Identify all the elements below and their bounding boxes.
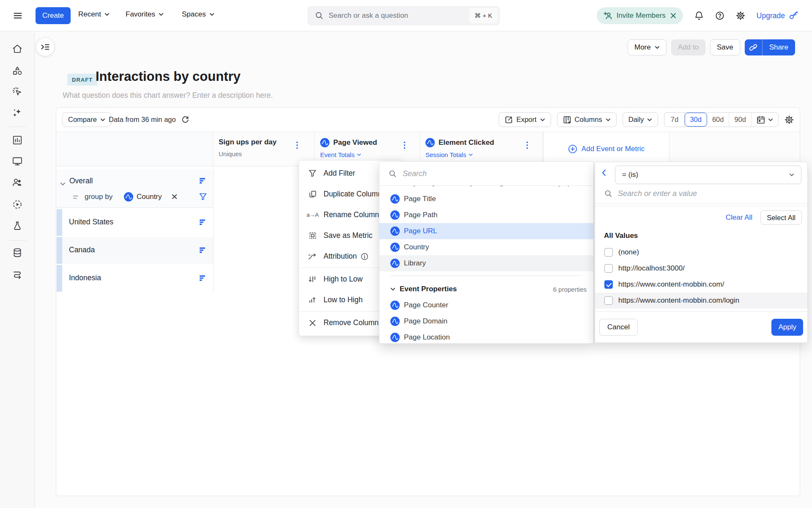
hamburger-menu-icon[interactable] [13, 11, 23, 21]
apply-button[interactable]: Apply [771, 319, 803, 336]
kebab-menu-icon[interactable] [403, 141, 406, 149]
notebook-panel-toggle[interactable] [36, 38, 54, 56]
description-placeholder[interactable]: What question does this chart answer? En… [63, 91, 273, 100]
remove-group-by-icon[interactable] [171, 193, 178, 200]
session-totals-link[interactable]: Session Totals [425, 151, 543, 158]
notifications-bell-icon[interactable] [694, 11, 704, 21]
export-button[interactable]: Export [499, 112, 551, 127]
nav-spaces[interactable]: Spaces [182, 10, 214, 19]
property-search-input[interactable] [403, 169, 593, 178]
value-search-row[interactable] [595, 184, 807, 204]
chevron-down-icon [655, 46, 660, 49]
checkbox-unchecked[interactable] [604, 248, 613, 257]
section-header-frequently-used[interactable]: Frequently Used Properties 5 properties [379, 186, 593, 191]
bar-values-icon[interactable] [200, 247, 206, 253]
table-row-canada[interactable]: Canada [56, 237, 213, 264]
clear-all-button[interactable]: Clear All [726, 213, 752, 222]
property-label: Page Counter [404, 301, 448, 309]
checkbox-unchecked[interactable] [604, 264, 613, 273]
sidebar-divider [8, 240, 26, 241]
kebab-menu-icon[interactable] [296, 141, 298, 149]
drag-handle-icon[interactable] [73, 195, 81, 199]
upgrade-link[interactable]: Upgrade [757, 11, 798, 20]
checkbox-checked[interactable] [604, 280, 613, 289]
operator-select[interactable]: = (is) [615, 166, 801, 184]
save-metric-icon [307, 232, 318, 239]
value-search-input[interactable] [618, 189, 807, 198]
close-icon[interactable] [670, 12, 677, 19]
copy-link-icon[interactable] [745, 39, 763, 55]
column-header-element-clicked[interactable]: Element Clicked Session Totals [420, 132, 543, 166]
columns-button[interactable]: Columns [557, 112, 617, 127]
calendar-button[interactable] [752, 113, 778, 127]
help-icon[interactable] [715, 11, 724, 20]
users-icon[interactable] [10, 175, 25, 190]
create-button[interactable]: Create [36, 7, 71, 24]
property-item-page-domain[interactable]: Page Domain [379, 313, 593, 329]
value-row-content-mobbin-login[interactable]: https://www.content-mobbin.com/login [595, 293, 807, 309]
property-item-page-path[interactable]: Page Path [379, 207, 593, 223]
share-button[interactable]: Share [763, 39, 795, 55]
export-icon [505, 116, 513, 124]
cancel-button[interactable]: Cancel [599, 319, 638, 336]
property-item-library[interactable]: Library [379, 255, 593, 271]
database-icon[interactable] [10, 245, 25, 260]
checkbox-unchecked[interactable] [604, 296, 613, 305]
granularity-label: Daily [628, 116, 644, 124]
home-icon[interactable] [10, 41, 25, 56]
bar-values-icon[interactable] [200, 219, 206, 225]
flow-arrow-icon[interactable] [10, 267, 25, 282]
chevron-down-icon [606, 118, 611, 121]
bar-chart-icon[interactable] [10, 133, 25, 148]
property-item-page-title[interactable]: Page Title [379, 191, 593, 207]
add-event-or-metric-button[interactable]: Add Event or Metric [543, 132, 669, 166]
sparkles-icon[interactable] [10, 105, 25, 121]
value-row-localhost[interactable]: http://localhost:3000/ [595, 260, 807, 276]
value-row-none[interactable]: (none) [595, 244, 807, 260]
range-7d[interactable]: 7d [664, 113, 685, 127]
shapes-icon[interactable] [10, 64, 25, 79]
kebab-menu-icon[interactable] [526, 141, 528, 149]
property-item-country[interactable]: Country [379, 239, 593, 255]
row-color-strip [57, 265, 62, 292]
event-totals-link[interactable]: Event Totals [320, 151, 420, 158]
filter-funnel-icon[interactable] [199, 193, 207, 200]
value-row-content-mobbin[interactable]: https://www.content-mobbin.com/ [595, 276, 807, 293]
monitor-icon[interactable] [10, 154, 25, 169]
range-60d[interactable]: 60d [707, 113, 730, 127]
table-row-united-states[interactable]: United States [56, 209, 213, 236]
add-to-button[interactable]: Add to [671, 39, 705, 55]
property-item-page-url-selected[interactable]: Page URL [379, 223, 593, 239]
chevron-down-icon [104, 13, 110, 16]
property-item-page-location[interactable]: Page Location [379, 329, 593, 343]
cursor-click-icon[interactable] [10, 84, 25, 99]
select-all-button[interactable]: Select All [760, 210, 802, 225]
range-90d[interactable]: 90d [729, 113, 752, 127]
section-header-event-properties[interactable]: Event Properties 6 properties [379, 281, 593, 297]
play-circle-icon[interactable] [10, 197, 25, 212]
group-by-value[interactable]: Country [137, 193, 162, 201]
nav-recent[interactable]: Recent [78, 10, 110, 19]
compare-button[interactable]: Compare [62, 112, 111, 127]
date-range-segmented-control: 7d 30d 60d 90d [664, 112, 779, 127]
invite-members-button[interactable]: Invite Members [597, 7, 683, 24]
nav-favorites[interactable]: Favorites [126, 10, 164, 19]
refresh-icon[interactable] [181, 115, 189, 124]
table-row-indonesia[interactable]: Indonesia [56, 265, 213, 292]
more-button[interactable]: More [628, 39, 667, 55]
bar-values-icon[interactable] [200, 178, 206, 184]
settings-gear-icon[interactable] [736, 11, 745, 20]
save-button[interactable]: Save [710, 39, 740, 55]
amplitude-event-icon [320, 138, 329, 147]
flask-icon[interactable] [10, 218, 25, 234]
chart-settings-gear-icon[interactable] [785, 115, 794, 124]
global-search-bar[interactable]: ⌘ + K [307, 6, 500, 25]
page-title[interactable]: Interactions by country [96, 69, 241, 84]
range-30d-selected[interactable]: 30d [685, 113, 707, 127]
bar-values-icon[interactable] [200, 275, 206, 281]
granularity-button[interactable]: Daily [623, 112, 658, 127]
back-chevron-icon[interactable] [602, 169, 606, 176]
property-search-row[interactable] [379, 162, 593, 186]
column-title: Element Clicked [439, 138, 494, 147]
property-item-page-counter[interactable]: Page Counter [379, 297, 593, 313]
